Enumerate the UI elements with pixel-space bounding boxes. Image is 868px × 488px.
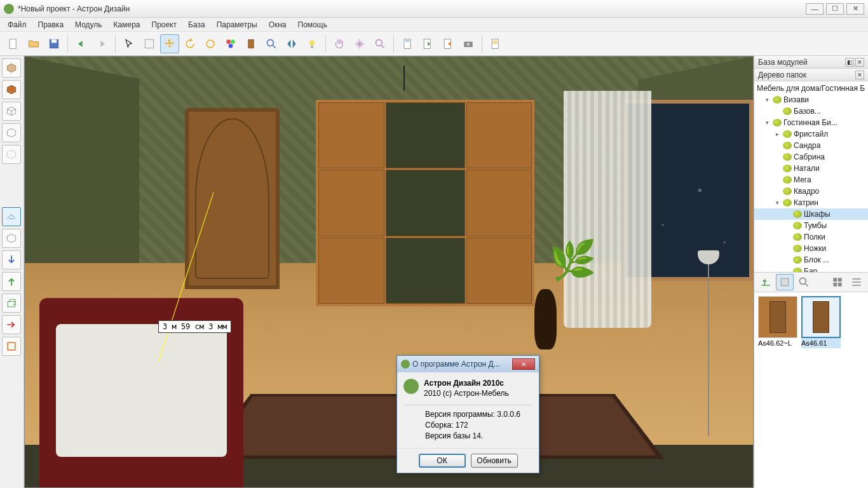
tree-item[interactable]: Бар bbox=[754, 266, 868, 272]
panel-dock-icon[interactable]: ◧ bbox=[845, 58, 854, 67]
door-button[interactable] bbox=[241, 34, 261, 53]
primitive-outline-icon[interactable] bbox=[2, 123, 21, 142]
folder-tree[interactable]: Мебель для дома/Гостинная Б ▾ВизавиБазов… bbox=[754, 81, 868, 272]
tree-item[interactable]: Шкафы bbox=[754, 208, 868, 220]
svg-point-6 bbox=[231, 39, 235, 44]
menu-edit[interactable]: Правка bbox=[33, 19, 69, 30]
maximize-button[interactable]: ☐ bbox=[826, 3, 844, 15]
measurement-label: 3 м 59 см 3 мм bbox=[158, 320, 231, 333]
expander-icon[interactable]: ▾ bbox=[763, 119, 771, 126]
light-button[interactable] bbox=[302, 34, 322, 53]
panel-close-icon[interactable]: ✕ bbox=[855, 58, 864, 67]
thumb-grid-icon[interactable] bbox=[829, 274, 846, 290]
tree-item[interactable]: ▾Визави bbox=[754, 94, 868, 105]
rotate-90-button[interactable] bbox=[180, 34, 200, 53]
tree-item[interactable]: Квадро bbox=[754, 186, 868, 197]
thumb-up-icon[interactable] bbox=[757, 274, 775, 290]
orbit-button[interactable] bbox=[350, 34, 369, 53]
version-label: Версия программы: bbox=[425, 410, 497, 419]
primitive-solid-icon[interactable] bbox=[2, 80, 21, 99]
save-button[interactable] bbox=[44, 34, 64, 53]
marquee-button[interactable] bbox=[140, 34, 159, 53]
primitive-box-icon[interactable] bbox=[2, 58, 21, 78]
mirror-button[interactable] bbox=[282, 34, 301, 53]
menu-project[interactable]: Проект bbox=[147, 19, 182, 30]
tree-root[interactable]: Мебель для дома/Гостинная Б bbox=[754, 83, 868, 94]
dialog-titlebar[interactable]: О программе Астрон Д... ✕ bbox=[397, 356, 539, 372]
thumb-view-large-icon[interactable] bbox=[776, 274, 794, 290]
arrow-right-red-icon[interactable] bbox=[2, 315, 21, 334]
dialog-body: Астрон Дизайн 2010с 2010 (с) Астрон-Мебе… bbox=[397, 372, 539, 401]
snapshot-button[interactable] bbox=[459, 34, 478, 53]
tree-item[interactable]: Ножки bbox=[754, 243, 868, 254]
product-name: Астрон Дизайн 2010с bbox=[424, 379, 509, 389]
menu-camera[interactable]: Камера bbox=[109, 19, 146, 30]
view-persp-icon[interactable] bbox=[2, 207, 21, 226]
tree-item[interactable]: Натали bbox=[754, 163, 868, 174]
tree-close-icon[interactable]: ✕ bbox=[855, 71, 864, 79]
modules-panel-header[interactable]: База модулей ◧ ✕ bbox=[754, 56, 868, 69]
pan-button[interactable] bbox=[330, 34, 349, 53]
thumbnail-item[interactable]: As46.61 bbox=[801, 296, 841, 348]
dialog-close-button[interactable]: ✕ bbox=[512, 358, 535, 370]
3d-viewport[interactable]: 3 м 59 см 3 мм О программе Астрон Д... ✕… bbox=[24, 56, 754, 488]
arrow-diag-green-icon[interactable] bbox=[2, 294, 21, 313]
import-button[interactable] bbox=[438, 34, 458, 53]
update-button[interactable]: Обновить bbox=[471, 454, 518, 468]
tree-item[interactable]: Базов... bbox=[754, 105, 868, 117]
svg-point-4 bbox=[207, 40, 214, 48]
tree-item[interactable]: Сандра bbox=[754, 140, 868, 151]
menu-windows[interactable]: Окна bbox=[264, 19, 292, 30]
zoom-button[interactable] bbox=[370, 34, 390, 53]
report-button[interactable] bbox=[486, 34, 505, 53]
tree-item[interactable]: Полки bbox=[754, 231, 868, 243]
thumb-list-icon[interactable] bbox=[848, 274, 865, 290]
open-file-button[interactable] bbox=[24, 34, 43, 53]
thumbnail-item[interactable]: As46.62~L bbox=[758, 296, 797, 348]
tree-item[interactable]: Блок ... bbox=[754, 254, 868, 266]
primitive-dashed-icon[interactable] bbox=[2, 145, 21, 164]
color-button[interactable] bbox=[221, 34, 240, 53]
folder-icon bbox=[793, 222, 802, 229]
new-file-button[interactable] bbox=[4, 34, 23, 53]
undo-button[interactable] bbox=[72, 34, 91, 53]
version-value: 3.0.0.6 bbox=[497, 410, 520, 419]
expander-icon[interactable]: ▾ bbox=[773, 200, 781, 206]
tree-item[interactable]: Тумбы bbox=[754, 220, 868, 231]
redo-button[interactable] bbox=[92, 34, 111, 53]
menu-module[interactable]: Модуль bbox=[70, 19, 107, 30]
minimize-button[interactable]: — bbox=[806, 3, 824, 15]
thumbnail-area[interactable]: As46.62~LAs46.61 bbox=[754, 292, 868, 488]
box-orange-icon[interactable] bbox=[2, 337, 21, 356]
view-ortho-icon[interactable] bbox=[2, 229, 21, 248]
dialog-buttons: ОК Обновить bbox=[397, 448, 539, 473]
tree-item[interactable]: Мега bbox=[754, 174, 868, 186]
select-button[interactable] bbox=[119, 34, 139, 53]
plant bbox=[549, 238, 622, 315]
tree-panel-header[interactable]: Дерево папок ✕ bbox=[754, 69, 868, 81]
close-button[interactable]: ✕ bbox=[846, 3, 864, 15]
tree-item[interactable]: Сабрина bbox=[754, 151, 868, 163]
tree-item-label: Натали bbox=[794, 164, 820, 173]
menu-base[interactable]: База bbox=[183, 19, 210, 30]
menu-file[interactable]: Файл bbox=[3, 19, 32, 30]
menu-help[interactable]: Помощь bbox=[293, 19, 332, 30]
primitive-wire-icon[interactable] bbox=[2, 102, 21, 121]
move-button[interactable] bbox=[160, 34, 179, 53]
tree-item[interactable]: ▸Фристайл bbox=[754, 128, 868, 140]
calc-button[interactable] bbox=[398, 34, 417, 53]
expander-icon[interactable]: ▾ bbox=[763, 97, 771, 103]
arrow-up-green-icon[interactable] bbox=[2, 272, 21, 291]
expander-icon[interactable]: ▸ bbox=[773, 131, 781, 137]
ok-button[interactable]: ОК bbox=[419, 454, 466, 468]
thumb-search-icon[interactable] bbox=[795, 274, 813, 290]
tree-item[interactable]: ▾Гостинная Би... bbox=[754, 117, 868, 128]
rotate-free-button[interactable] bbox=[201, 34, 220, 53]
tree-panel-title: Дерево папок bbox=[758, 71, 806, 79]
menu-params[interactable]: Параметры bbox=[212, 19, 262, 30]
arrow-down-blue-icon[interactable] bbox=[2, 250, 21, 269]
magnify-button[interactable] bbox=[262, 34, 281, 53]
tree-item[interactable]: ▾Катрин bbox=[754, 197, 868, 208]
export-button[interactable] bbox=[418, 34, 437, 53]
main-toolbar bbox=[0, 32, 868, 56]
